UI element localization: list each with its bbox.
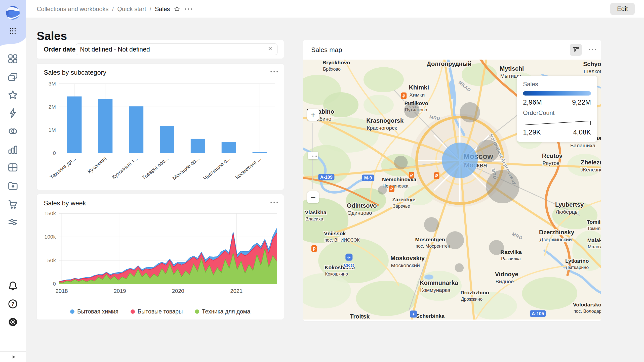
sidebar-item-settings-gear-icon[interactable] bbox=[7, 316, 19, 328]
svg-text:Dzerzhinsky: Dzerzhinsky bbox=[539, 229, 575, 236]
svg-text:✈: ✈ bbox=[347, 255, 351, 260]
breadcrumb-item[interactable]: Quick start bbox=[117, 6, 146, 13]
svg-text:Lyubertsy: Lyubertsy bbox=[555, 201, 584, 208]
breadcrumb-item[interactable]: Collections and workbooks bbox=[37, 6, 108, 13]
svg-text:✈: ✈ bbox=[412, 312, 415, 317]
svg-text:Балашиха: Балашиха bbox=[570, 143, 595, 148]
svg-text:Khimki: Khimki bbox=[409, 84, 429, 91]
clear-filter-icon[interactable] bbox=[267, 46, 273, 53]
svg-text:2020: 2020 bbox=[172, 288, 184, 294]
sidebar-item-widgets-icon[interactable] bbox=[7, 53, 19, 65]
chart-menu-icon[interactable] bbox=[268, 68, 278, 76]
legend-item[interactable]: Бытовая химия bbox=[70, 308, 118, 315]
svg-text:Vniissok: Vniissok bbox=[324, 231, 346, 236]
map-menu-icon[interactable] bbox=[586, 46, 596, 54]
svg-text:пос. Володарского: пос. Володарского bbox=[574, 309, 601, 314]
map-legend: Sales 2,96M 9,22M OrderCount 1,29K 4,08K bbox=[517, 76, 597, 142]
svg-text:Железнодоро: Железнодоро bbox=[581, 167, 601, 172]
chart-menu-icon[interactable] bbox=[268, 198, 278, 207]
ordercount-max-value: 4,08K bbox=[573, 128, 591, 136]
legend-label: Техника для дома bbox=[202, 308, 250, 315]
svg-text:Vidnoye: Vidnoye bbox=[495, 271, 518, 278]
sidebar-item-editor-bolt-icon[interactable] bbox=[7, 107, 19, 119]
svg-text:Vlasikha: Vlasikha bbox=[305, 209, 327, 215]
svg-text:пос. Мосрентген: пос. Мосрентген bbox=[416, 244, 450, 249]
weekly-area-chart[interactable]: 050k100k150k2018201920202021 bbox=[41, 209, 279, 303]
svg-text:Tomilino: Tomilino bbox=[587, 219, 601, 225]
map-title: Sales map bbox=[311, 46, 342, 54]
sales-max-value: 9,22M bbox=[572, 99, 591, 106]
svg-text:3M: 3M bbox=[49, 81, 56, 86]
svg-text:?: ? bbox=[11, 301, 14, 307]
map-bubble bbox=[455, 263, 464, 272]
svg-text:Химки: Химки bbox=[409, 92, 425, 98]
sidebar-item-collections-icon[interactable] bbox=[7, 71, 19, 83]
legend-item[interactable]: Бытовые товары bbox=[131, 308, 183, 315]
breadcrumb-menu-icon[interactable] bbox=[184, 8, 193, 11]
svg-text:Немчиновка: Немчиновка bbox=[383, 184, 409, 189]
map-bubble bbox=[446, 231, 464, 249]
sidebar-item-storage-folder-icon[interactable] bbox=[7, 180, 19, 191]
order-date-filter-card: Order date Not defined - Not defined bbox=[37, 40, 284, 59]
svg-text:Mytischi: Mytischi bbox=[500, 65, 524, 72]
svg-text:пос. ВНИИССОК: пос. ВНИИССОК bbox=[325, 238, 360, 243]
subcategory-bar-chart[interactable]: 01M2M3MТехника дл...КухоннаяКухонные т..… bbox=[41, 80, 279, 187]
sidebar-item-help-circle-icon[interactable]: ? bbox=[7, 298, 19, 310]
map-filter-icon[interactable] bbox=[570, 44, 582, 56]
svg-text:Kommunarka: Kommunarka bbox=[420, 279, 458, 286]
sidebar-item-dashboards-icon[interactable] bbox=[7, 162, 19, 173]
map-bubble bbox=[394, 156, 408, 169]
sidebar-item-connections-icon[interactable] bbox=[7, 125, 19, 137]
chart-title: Sales by subcategory bbox=[44, 69, 106, 76]
map-bubble bbox=[424, 217, 439, 232]
zoom-in-button[interactable]: + bbox=[307, 109, 319, 121]
sales-min-value: 2,96M bbox=[523, 99, 542, 106]
svg-text:Томилино: Томилино bbox=[587, 226, 601, 231]
apps-grid-icon[interactable] bbox=[8, 26, 17, 35]
sidebar-expand-button[interactable] bbox=[9, 353, 17, 361]
sidebar-item-charts-icon[interactable] bbox=[7, 144, 19, 155]
svg-text:Заречье: Заречье bbox=[393, 204, 410, 209]
sales-by-subcategory-card: Sales by subcategory 01M2M3MТехника дл..… bbox=[37, 64, 284, 190]
sidebar-item-marketplace-cart-icon[interactable] bbox=[7, 198, 19, 209]
legend-label: Бытовая химия bbox=[77, 308, 118, 315]
sidebar-item-notifications-bell-icon[interactable] bbox=[7, 280, 19, 292]
svg-text:₽: ₽ bbox=[313, 247, 315, 252]
svg-text:VKO: VKO bbox=[344, 263, 354, 268]
favorite-star-icon[interactable] bbox=[174, 6, 180, 12]
svg-text:Шёлково: Шёлково bbox=[584, 68, 601, 74]
zoom-out-button[interactable]: − bbox=[307, 191, 319, 203]
legend-dot-icon bbox=[195, 309, 199, 314]
legend-dot-icon bbox=[70, 309, 74, 314]
datalens-logo-icon[interactable] bbox=[6, 6, 20, 20]
svg-text:0: 0 bbox=[53, 281, 56, 287]
legend-item[interactable]: Техника для дома bbox=[195, 308, 250, 315]
svg-text:Troitsk: Troitsk bbox=[350, 313, 370, 320]
breadcrumb-item[interactable]: Sales bbox=[155, 6, 170, 13]
svg-text:Кухонные т...: Кухонные т... bbox=[111, 155, 139, 180]
topbar: Collections and workbooks/Quick start/Sa… bbox=[26, 0, 644, 18]
order-date-input[interactable]: Not defined - Not defined bbox=[76, 43, 277, 55]
map-bubble bbox=[378, 186, 387, 195]
breadcrumb: Collections and workbooks/Quick start/Sa… bbox=[37, 0, 193, 18]
svg-text:Люберцы: Люберцы bbox=[556, 209, 579, 215]
edit-button[interactable]: Edit bbox=[610, 3, 635, 15]
sidebar-item-settings-sliders-icon[interactable] bbox=[7, 216, 19, 228]
zoom-slider-handle[interactable] bbox=[308, 152, 318, 159]
svg-text:Mosrentgen: Mosrentgen bbox=[415, 237, 445, 242]
sales-map-card: Sales map MKADMRDMRDNorth-East Expresswa… bbox=[303, 40, 601, 321]
svg-text:2M: 2M bbox=[49, 104, 56, 110]
svg-text:₽: ₽ bbox=[390, 187, 393, 192]
svg-text:A-109: A-109 bbox=[320, 175, 333, 180]
svg-text:2018: 2018 bbox=[56, 288, 68, 294]
svg-text:Кокошкино: Кокошкино bbox=[325, 272, 348, 277]
order-date-label: Order date bbox=[44, 40, 75, 59]
svg-text:Реутов: Реутов bbox=[543, 160, 559, 166]
svg-text:Кухонная: Кухонная bbox=[86, 155, 107, 174]
svg-text:1M: 1M bbox=[49, 127, 56, 133]
svg-text:Scherbinka: Scherbinka bbox=[416, 313, 445, 319]
sidebar-item-favorites-icon[interactable] bbox=[7, 89, 19, 101]
app-window: ? Collections and workbooks/Quick start/… bbox=[0, 0, 644, 362]
legend-dot-icon bbox=[131, 309, 135, 314]
svg-text:Красногорск: Красногорск bbox=[367, 125, 397, 131]
